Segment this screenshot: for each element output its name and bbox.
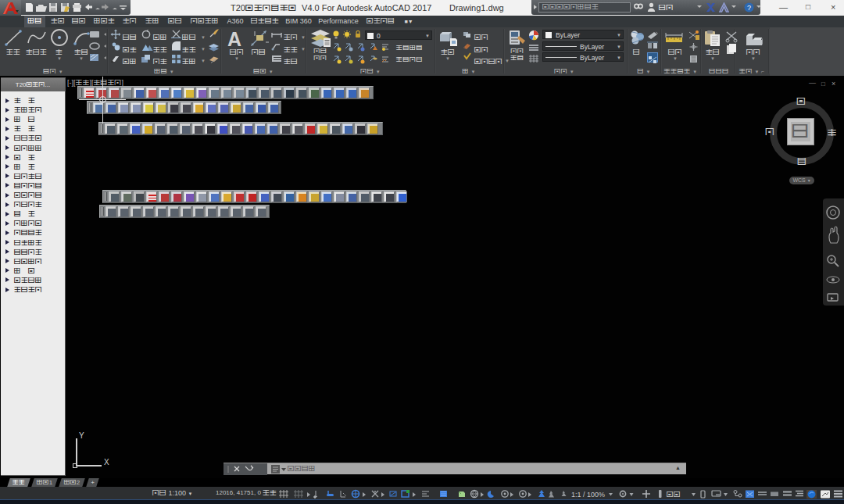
svg-text:小数: 小数 bbox=[667, 491, 681, 498]
svg-text:?: ? bbox=[747, 4, 751, 12]
svg-text:1:1 / 100%: 1:1 / 100% bbox=[571, 491, 605, 499]
